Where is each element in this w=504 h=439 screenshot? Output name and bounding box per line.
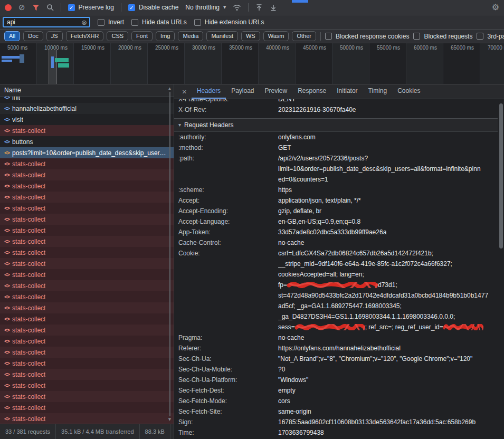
request-row[interactable]: <> stats-collect bbox=[0, 347, 174, 358]
request-type-icon: <> bbox=[4, 349, 9, 355]
request-row[interactable]: <> stats-collect bbox=[0, 180, 174, 192]
type-filter-pill[interactable]: Doc bbox=[23, 31, 43, 41]
scroll-up-icon[interactable]: ▲ bbox=[168, 87, 171, 91]
request-row[interactable]: <> hannahelizabethofficial bbox=[0, 103, 174, 114]
request-row[interactable]: <> stats-collect bbox=[0, 214, 174, 225]
request-row[interactable]: <> stats-collect bbox=[0, 402, 174, 413]
type-filter-pill[interactable]: CSS bbox=[107, 31, 128, 41]
request-row[interactable]: <> stats-collect bbox=[0, 169, 174, 180]
type-filter-pill[interactable]: All bbox=[4, 31, 20, 41]
request-list-scrollbar[interactable]: ▲ ▼ bbox=[167, 87, 173, 422]
checkbox-unchecked[interactable] bbox=[98, 19, 104, 26]
preserve-log-checkbox[interactable]: ✓ Preserve log bbox=[68, 4, 114, 11]
timeline-overview[interactable]: 5000 ms10000 ms15000 ms20000 ms25000 ms3… bbox=[0, 43, 504, 84]
network-conditions-icon[interactable] bbox=[233, 4, 241, 11]
request-row[interactable]: <> stats-collect bbox=[0, 302, 174, 313]
checkbox-checked-icon[interactable]: ✓ bbox=[68, 4, 75, 11]
request-row[interactable]: <> stats-collect bbox=[0, 236, 174, 247]
header-name: Sec-Ch-Ua-Platform: bbox=[174, 375, 278, 385]
type-filter-pill[interactable]: Other bbox=[292, 31, 316, 41]
request-row[interactable]: <> buttons bbox=[0, 136, 174, 147]
record-button[interactable] bbox=[5, 4, 12, 11]
request-row[interactable]: <> visit bbox=[0, 114, 174, 125]
request-row[interactable]: <> stats-collect bbox=[0, 413, 174, 424]
blocked-response-cookies-checkbox[interactable]: Blocked response cookies bbox=[325, 33, 409, 40]
request-row[interactable]: <> stats-collect bbox=[0, 369, 174, 380]
checkbox-unchecked[interactable] bbox=[413, 33, 420, 40]
checkbox-unchecked[interactable] bbox=[131, 19, 138, 26]
clear-icon[interactable]: ⊘ bbox=[18, 4, 25, 12]
clear-input-icon[interactable]: ⊗ bbox=[81, 19, 87, 26]
request-name: stats-collect bbox=[12, 327, 45, 334]
checkbox-unchecked[interactable] bbox=[477, 33, 483, 40]
request-row[interactable]: <> stats-collect bbox=[0, 192, 174, 203]
type-filter-pill[interactable]: Wasm bbox=[263, 31, 289, 41]
request-row[interactable]: <> stats-collect bbox=[0, 358, 174, 369]
type-filter-pill[interactable]: WS bbox=[241, 31, 260, 41]
export-har-icon[interactable] bbox=[270, 4, 277, 12]
type-filter-pill[interactable]: Media bbox=[178, 31, 203, 41]
search-icon[interactable] bbox=[46, 4, 54, 11]
invert-checkbox[interactable]: Invert bbox=[98, 18, 124, 26]
request-row[interactable]: <> stats-collect bbox=[0, 247, 174, 258]
request-type-icon: <> bbox=[4, 172, 9, 178]
filter-input[interactable]: api ⊗ bbox=[3, 17, 90, 27]
request-name: stats-collect bbox=[12, 216, 45, 223]
settings-gear-icon[interactable]: ⚙ bbox=[492, 3, 499, 12]
header-row: Accept: application/json, text/plain, */… bbox=[174, 195, 498, 206]
checkbox-checked-icon[interactable]: ✓ bbox=[128, 4, 135, 11]
scrollbar-thumb[interactable] bbox=[169, 92, 170, 416]
detail-tab[interactable]: Cookies bbox=[392, 84, 425, 99]
request-row[interactable]: <> posts?limit=10&order=publish_date_des… bbox=[0, 147, 174, 158]
detail-tab[interactable]: Response bbox=[292, 84, 331, 99]
request-row[interactable]: <> stats-collect bbox=[0, 269, 174, 280]
scrollbar-thumb[interactable] bbox=[499, 103, 503, 249]
detail-tab[interactable]: Preview bbox=[260, 84, 293, 99]
close-icon[interactable]: × bbox=[177, 84, 192, 99]
detail-tab[interactable]: Timing bbox=[363, 84, 393, 99]
header-name: X-Of-Rev: bbox=[174, 104, 278, 115]
hide-data-urls-label: Hide data URLs bbox=[142, 18, 187, 26]
detail-tab[interactable]: Headers bbox=[192, 84, 226, 99]
checkbox-unchecked[interactable] bbox=[194, 19, 201, 26]
throttling-dropdown[interactable]: No throttling ▼ bbox=[185, 4, 226, 11]
import-har-icon[interactable] bbox=[255, 4, 263, 12]
hide-data-urls-checkbox[interactable]: Hide data URLs bbox=[131, 18, 187, 26]
request-row[interactable]: <> stats-collect bbox=[0, 203, 174, 214]
detail-tab[interactable]: Initiator bbox=[331, 84, 363, 99]
type-filter-pill[interactable]: JS bbox=[46, 31, 63, 41]
third-party-requests-checkbox[interactable]: 3rd-party requests bbox=[477, 33, 504, 40]
type-filter-pill[interactable]: Fetch/XHR bbox=[66, 31, 104, 41]
disable-cache-checkbox[interactable]: ✓ Disable cache bbox=[128, 4, 178, 11]
type-filter-pill[interactable]: Font bbox=[131, 31, 153, 41]
request-row[interactable]: <> stats-collect bbox=[0, 125, 174, 136]
name-column-header[interactable]: Name bbox=[0, 84, 174, 97]
request-row[interactable]: <> stats-collect bbox=[0, 158, 174, 169]
request-row[interactable]: <> stats-collect bbox=[0, 380, 174, 391]
checkbox-unchecked[interactable] bbox=[325, 33, 332, 40]
request-type-icon: <> bbox=[4, 150, 9, 156]
request-row[interactable]: <> stats-collect bbox=[0, 258, 174, 269]
request-type-icon: <> bbox=[4, 327, 9, 333]
request-row[interactable]: <> stats-collect bbox=[0, 280, 174, 291]
request-row[interactable]: <> stats-collect bbox=[0, 225, 174, 236]
type-filter-pill[interactable]: Manifest bbox=[206, 31, 238, 41]
request-row[interactable]: <> stats-collect bbox=[0, 391, 174, 402]
request-type-icon: <> bbox=[4, 227, 9, 233]
detail-tab[interactable]: Payload bbox=[226, 84, 259, 99]
detail-scrollbar[interactable] bbox=[498, 99, 504, 439]
request-row[interactable]: <> stats-collect bbox=[0, 336, 174, 347]
request-row[interactable]: <> stats-collect bbox=[0, 325, 174, 336]
header-row: Sec-Fetch-Mode: cors bbox=[174, 396, 498, 406]
request-row[interactable]: <> stats-collect bbox=[0, 313, 174, 325]
type-filter-pill[interactable]: Img bbox=[156, 31, 175, 41]
scroll-down-icon[interactable]: ▼ bbox=[168, 417, 171, 422]
blocked-requests-checkbox[interactable]: Blocked requests bbox=[413, 33, 472, 40]
header-name: App-Token: bbox=[174, 227, 278, 237]
request-row[interactable]: <> stats-collect bbox=[0, 291, 174, 302]
request-name: init bbox=[12, 97, 20, 101]
request-row[interactable]: <> init bbox=[0, 97, 174, 103]
request-headers-section[interactable]: ▾ Request Headers bbox=[174, 119, 498, 132]
filter-icon[interactable] bbox=[32, 4, 40, 11]
hide-extension-urls-checkbox[interactable]: Hide extension URLs bbox=[194, 18, 264, 26]
